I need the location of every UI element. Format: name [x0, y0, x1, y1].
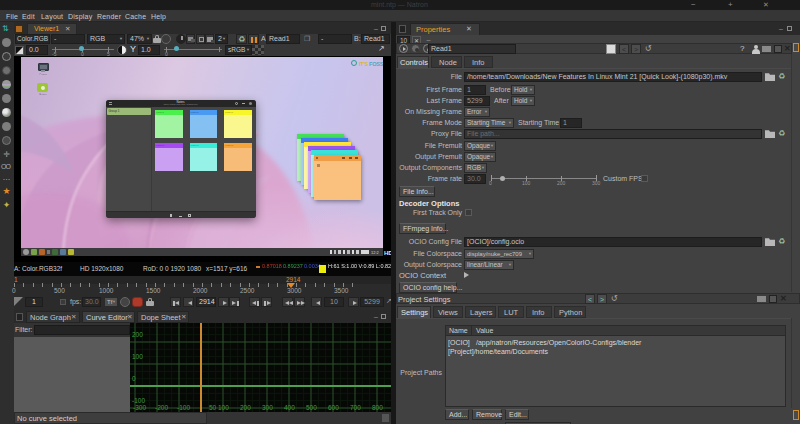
svg-text:100: 100 — [132, 353, 143, 360]
svg-text:200: 200 — [132, 331, 143, 338]
svg-text:-200: -200 — [155, 404, 168, 411]
svg-text:-100: -100 — [132, 397, 145, 404]
svg-text:-300: -300 — [133, 404, 146, 411]
svg-text:100: 100 — [218, 404, 229, 411]
svg-text:800: 800 — [372, 404, 383, 411]
svg-text:500: 500 — [306, 404, 317, 411]
svg-text:300: 300 — [262, 404, 273, 411]
svg-text:0: 0 — [132, 375, 136, 382]
svg-text:600: 600 — [328, 404, 339, 411]
svg-text:-100: -100 — [177, 404, 190, 411]
svg-text:200: 200 — [240, 404, 251, 411]
svg-text:400: 400 — [284, 404, 295, 411]
svg-text:50: 50 — [209, 404, 217, 411]
svg-text:700: 700 — [350, 404, 361, 411]
